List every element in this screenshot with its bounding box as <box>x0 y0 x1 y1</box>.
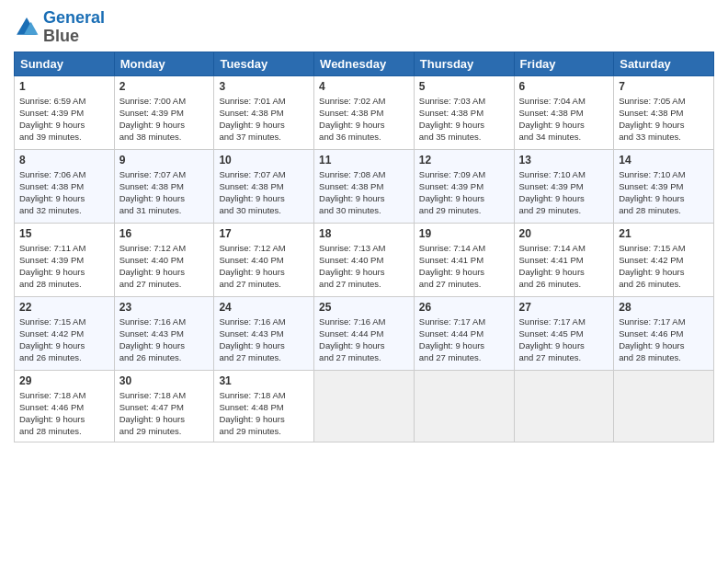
calendar-header-wednesday: Wednesday <box>314 52 415 75</box>
day-info: Sunrise: 7:16 AM Sunset: 4:43 PM Dayligh… <box>119 316 210 364</box>
day-number: 11 <box>319 154 409 167</box>
day-info: Sunrise: 7:02 AM Sunset: 4:38 PM Dayligh… <box>319 95 409 144</box>
day-number: 28 <box>619 301 709 314</box>
day-info: Sunrise: 7:10 AM Sunset: 4:39 PM Dayligh… <box>619 168 709 217</box>
calendar-cell: 31Sunrise: 7:18 AM Sunset: 4:48 PM Dayli… <box>214 370 314 442</box>
day-info: Sunrise: 7:12 AM Sunset: 4:40 PM Dayligh… <box>119 242 210 291</box>
day-number: 8 <box>19 154 109 167</box>
calendar-cell: 22Sunrise: 7:15 AM Sunset: 4:42 PM Dayli… <box>15 296 115 370</box>
day-number: 6 <box>519 80 609 93</box>
day-number: 22 <box>19 301 109 314</box>
calendar-cell: 7Sunrise: 7:05 AM Sunset: 4:38 PM Daylig… <box>614 75 714 149</box>
calendar-cell: 21Sunrise: 7:15 AM Sunset: 4:42 PM Dayli… <box>614 223 714 296</box>
header: GeneralBlue <box>14 9 714 46</box>
day-number: 12 <box>419 154 509 167</box>
day-number: 4 <box>319 80 409 93</box>
day-number: 24 <box>219 301 309 314</box>
day-number: 27 <box>519 301 609 314</box>
logo-icon <box>14 15 40 40</box>
day-info: Sunrise: 7:18 AM Sunset: 4:46 PM Dayligh… <box>19 389 109 438</box>
calendar-cell <box>414 370 514 442</box>
day-number: 15 <box>19 227 109 240</box>
day-info: Sunrise: 7:04 AM Sunset: 4:38 PM Dayligh… <box>519 95 609 144</box>
day-number: 3 <box>219 80 309 93</box>
day-info: Sunrise: 7:09 AM Sunset: 4:39 PM Dayligh… <box>419 168 509 217</box>
day-number: 7 <box>619 80 709 93</box>
logo-text: GeneralBlue <box>43 9 105 46</box>
calendar-cell: 9Sunrise: 7:07 AM Sunset: 4:38 PM Daylig… <box>114 149 214 223</box>
day-info: Sunrise: 7:14 AM Sunset: 4:41 PM Dayligh… <box>519 242 609 291</box>
calendar-cell: 12Sunrise: 7:09 AM Sunset: 4:39 PM Dayli… <box>414 149 514 223</box>
calendar-cell: 28Sunrise: 7:17 AM Sunset: 4:46 PM Dayli… <box>614 296 714 370</box>
calendar-header-tuesday: Tuesday <box>214 52 314 75</box>
day-info: Sunrise: 7:01 AM Sunset: 4:38 PM Dayligh… <box>219 95 309 144</box>
day-info: Sunrise: 6:59 AM Sunset: 4:39 PM Dayligh… <box>19 95 109 144</box>
day-number: 14 <box>619 154 709 167</box>
day-number: 29 <box>19 374 109 387</box>
calendar-cell: 25Sunrise: 7:16 AM Sunset: 4:44 PM Dayli… <box>314 296 415 370</box>
day-info: Sunrise: 7:03 AM Sunset: 4:38 PM Dayligh… <box>419 95 509 144</box>
calendar-cell: 3Sunrise: 7:01 AM Sunset: 4:38 PM Daylig… <box>214 75 314 149</box>
day-info: Sunrise: 7:18 AM Sunset: 4:47 PM Dayligh… <box>119 389 210 438</box>
calendar-cell: 27Sunrise: 7:17 AM Sunset: 4:45 PM Dayli… <box>514 296 614 370</box>
calendar-cell: 14Sunrise: 7:10 AM Sunset: 4:39 PM Dayli… <box>614 149 714 223</box>
day-number: 20 <box>519 227 609 240</box>
day-info: Sunrise: 7:16 AM Sunset: 4:44 PM Dayligh… <box>319 316 409 364</box>
calendar-cell: 18Sunrise: 7:13 AM Sunset: 4:40 PM Dayli… <box>314 223 415 296</box>
calendar-cell: 4Sunrise: 7:02 AM Sunset: 4:38 PM Daylig… <box>314 75 415 149</box>
day-info: Sunrise: 7:15 AM Sunset: 4:42 PM Dayligh… <box>19 316 109 364</box>
day-info: Sunrise: 7:00 AM Sunset: 4:39 PM Dayligh… <box>119 95 210 144</box>
calendar-cell: 29Sunrise: 7:18 AM Sunset: 4:46 PM Dayli… <box>15 370 115 442</box>
day-number: 19 <box>419 227 509 240</box>
calendar-cell: 24Sunrise: 7:16 AM Sunset: 4:43 PM Dayli… <box>214 296 314 370</box>
day-info: Sunrise: 7:05 AM Sunset: 4:38 PM Dayligh… <box>619 95 709 144</box>
day-number: 10 <box>219 154 309 167</box>
calendar-cell: 30Sunrise: 7:18 AM Sunset: 4:47 PM Dayli… <box>114 370 214 442</box>
calendar-cell: 23Sunrise: 7:16 AM Sunset: 4:43 PM Dayli… <box>114 296 214 370</box>
day-info: Sunrise: 7:18 AM Sunset: 4:48 PM Dayligh… <box>219 389 309 438</box>
calendar-table: SundayMondayTuesdayWednesdayThursdayFrid… <box>14 52 714 442</box>
day-info: Sunrise: 7:16 AM Sunset: 4:43 PM Dayligh… <box>219 316 309 364</box>
calendar-cell <box>614 370 714 442</box>
day-info: Sunrise: 7:11 AM Sunset: 4:39 PM Dayligh… <box>19 242 109 291</box>
day-number: 25 <box>319 301 409 314</box>
day-number: 26 <box>419 301 509 314</box>
day-info: Sunrise: 7:08 AM Sunset: 4:38 PM Dayligh… <box>319 168 409 217</box>
calendar-header-thursday: Thursday <box>414 52 514 75</box>
calendar-cell <box>514 370 614 442</box>
calendar-cell: 16Sunrise: 7:12 AM Sunset: 4:40 PM Dayli… <box>114 223 214 296</box>
day-info: Sunrise: 7:14 AM Sunset: 4:41 PM Dayligh… <box>419 242 509 291</box>
day-number: 16 <box>119 227 210 240</box>
calendar-header-friday: Friday <box>514 52 614 75</box>
page-container: GeneralBlue SundayMondayTuesdayWednesday… <box>0 0 728 563</box>
day-info: Sunrise: 7:15 AM Sunset: 4:42 PM Dayligh… <box>619 242 709 291</box>
calendar-cell <box>314 370 415 442</box>
day-info: Sunrise: 7:07 AM Sunset: 4:38 PM Dayligh… <box>119 168 210 217</box>
calendar-cell: 19Sunrise: 7:14 AM Sunset: 4:41 PM Dayli… <box>414 223 514 296</box>
day-number: 9 <box>119 154 210 167</box>
calendar-cell: 10Sunrise: 7:07 AM Sunset: 4:38 PM Dayli… <box>214 149 314 223</box>
day-info: Sunrise: 7:06 AM Sunset: 4:38 PM Dayligh… <box>19 168 109 217</box>
day-number: 1 <box>19 80 109 93</box>
day-info: Sunrise: 7:13 AM Sunset: 4:40 PM Dayligh… <box>319 242 409 291</box>
day-info: Sunrise: 7:17 AM Sunset: 4:45 PM Dayligh… <box>519 316 609 364</box>
day-info: Sunrise: 7:17 AM Sunset: 4:44 PM Dayligh… <box>419 316 509 364</box>
day-number: 5 <box>419 80 509 93</box>
calendar-header-monday: Monday <box>114 52 214 75</box>
calendar-cell: 11Sunrise: 7:08 AM Sunset: 4:38 PM Dayli… <box>314 149 415 223</box>
day-number: 31 <box>219 374 309 387</box>
calendar-cell: 2Sunrise: 7:00 AM Sunset: 4:39 PM Daylig… <box>114 75 214 149</box>
day-info: Sunrise: 7:17 AM Sunset: 4:46 PM Dayligh… <box>619 316 709 364</box>
day-number: 21 <box>619 227 709 240</box>
calendar-cell: 5Sunrise: 7:03 AM Sunset: 4:38 PM Daylig… <box>414 75 514 149</box>
calendar-cell: 13Sunrise: 7:10 AM Sunset: 4:39 PM Dayli… <box>514 149 614 223</box>
day-number: 23 <box>119 301 210 314</box>
day-number: 18 <box>319 227 409 240</box>
day-number: 30 <box>119 374 210 387</box>
day-info: Sunrise: 7:12 AM Sunset: 4:40 PM Dayligh… <box>219 242 309 291</box>
day-number: 13 <box>519 154 609 167</box>
calendar-cell: 1Sunrise: 6:59 AM Sunset: 4:39 PM Daylig… <box>15 75 115 149</box>
calendar-cell: 26Sunrise: 7:17 AM Sunset: 4:44 PM Dayli… <box>414 296 514 370</box>
day-info: Sunrise: 7:07 AM Sunset: 4:38 PM Dayligh… <box>219 168 309 217</box>
calendar-cell: 8Sunrise: 7:06 AM Sunset: 4:38 PM Daylig… <box>15 149 115 223</box>
